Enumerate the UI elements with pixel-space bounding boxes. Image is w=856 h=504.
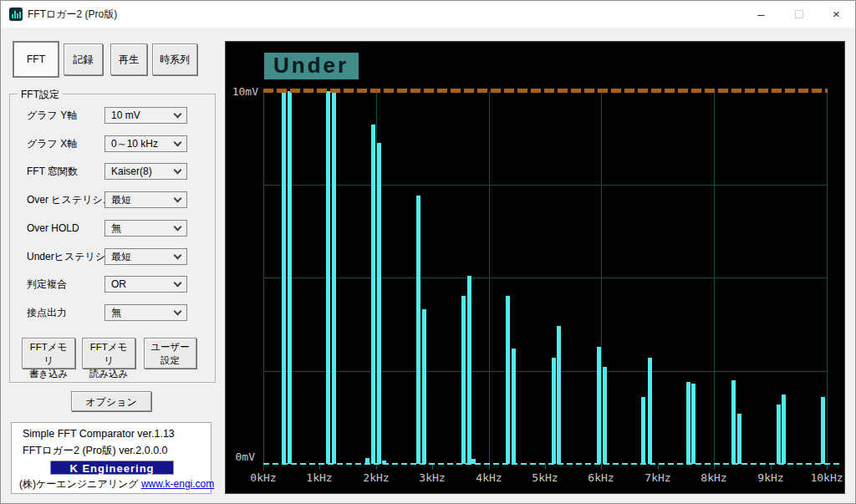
combo-graph-x-axis[interactable]: 0～10 kHz — [104, 135, 187, 152]
chevron-down-icon — [174, 194, 182, 202]
under-threshold-line — [263, 463, 843, 465]
k-engineering-logo: K Engineering — [50, 461, 174, 475]
combo-under-hysteresis[interactable]: 最短 — [104, 248, 187, 265]
combo-graph-y-axis[interactable]: 10 mV — [104, 107, 187, 124]
spectrum-bar — [552, 358, 556, 464]
fft-memory-write-button[interactable]: FFTメモリ 書き込み — [22, 338, 75, 369]
title-bar: FFTロガー2 (Pro版) – × — [1, 1, 855, 28]
combo-fft-window-value: Kaiser(8) — [111, 165, 175, 177]
app-bar-chart-icon — [9, 8, 23, 21]
label-graph-y-axis: グラフ Y軸 — [27, 107, 77, 124]
fft-settings-legend: FFT設定 — [18, 88, 63, 102]
about-logger-version: FFTロガー2 (Pro版) ver.2.0.0.0 — [23, 444, 168, 458]
spectrum-bar — [557, 326, 561, 464]
fft-memory-read-line1: FFTメモリ — [90, 342, 128, 365]
combo-over-hysteresis[interactable]: 最短 — [104, 191, 187, 208]
combo-under-hysteresis-value: 最短 — [111, 250, 175, 264]
about-panel: Simple FFT Comparator ver.1.13 FFTロガー2 (… — [11, 422, 211, 494]
chevron-down-icon — [174, 222, 182, 231]
combo-contact-output-value: 無 — [111, 306, 175, 320]
spectrum-bar — [371, 125, 375, 464]
fft-memory-read-button[interactable]: FFTメモリ 読み込み — [82, 338, 135, 369]
label-judge-combine: 判定複合 — [27, 276, 67, 293]
y-grid-line — [263, 185, 827, 186]
x-tick-label: 9kHz — [757, 471, 783, 484]
x-tick-mark — [319, 464, 320, 470]
window-title: FFTロガー2 (Pro版) — [28, 1, 117, 28]
label-fft-window: FFT 窓関数 — [27, 163, 78, 180]
fft-memory-write-line1: FFTメモリ — [30, 342, 68, 365]
x-tick-mark — [432, 464, 433, 470]
combo-over-hysteresis-value: 最短 — [111, 193, 175, 207]
spectrum-bar — [512, 349, 516, 464]
y-grid-line — [263, 277, 827, 278]
y-grid-line — [263, 371, 827, 372]
options-button[interactable]: オプション — [71, 391, 151, 411]
minimize-button[interactable]: – — [742, 1, 780, 27]
tab-timeseries[interactable]: 時系列 — [152, 43, 197, 75]
x-tick-mark — [376, 464, 377, 470]
combo-graph-y-axis-value: 10 mV — [111, 109, 175, 121]
chevron-down-icon — [174, 109, 182, 118]
combo-over-hold[interactable]: 無 — [104, 220, 187, 237]
spectrum-bar — [326, 91, 330, 464]
x-tick-label: 4kHz — [476, 471, 502, 484]
label-over-hold: Over HOLD — [27, 220, 79, 237]
spectrum-bar — [597, 347, 601, 464]
x-tick-label: 5kHz — [532, 471, 558, 484]
app-window: FFTロガー2 (Pro版) – × FFT 記録 再生 時系列 FFT設定 グ… — [0, 0, 856, 504]
y-axis-bottom-label: 0mV — [229, 451, 255, 463]
chevron-down-icon — [174, 251, 182, 259]
x-tick-label: 1kHz — [306, 471, 332, 484]
spectrum-bar — [686, 382, 690, 464]
close-button[interactable]: × — [818, 1, 855, 27]
y-axis-top-label: 10mV — [229, 85, 258, 98]
x-tick-label: 7kHz — [645, 471, 670, 484]
tab-record[interactable]: 記録 — [64, 43, 103, 75]
about-company-line: (株)ケーエンジニアリング www.k-engi.com — [19, 477, 214, 491]
x-tick-mark — [489, 464, 490, 470]
combo-judge-combine[interactable]: OR — [104, 276, 187, 293]
chevron-down-icon — [174, 307, 182, 315]
combo-over-hold-value: 無 — [111, 221, 175, 236]
fft-memory-read-line2: 読み込み — [89, 369, 129, 379]
fft-spectrum-chart: Under 10mV 0mV 0kHz1kHz2kHz3kHz4kHz5kHz6… — [225, 41, 845, 494]
x-tick-mark — [771, 464, 772, 470]
company-website-link[interactable]: www.k-engi.com — [141, 478, 214, 490]
under-indicator: Under — [264, 53, 359, 79]
combo-fft-window[interactable]: Kaiser(8) — [104, 163, 187, 180]
spectrum-bar — [467, 276, 471, 464]
spectrum-bar — [821, 397, 825, 464]
x-tick-label: 10kHz — [810, 471, 843, 484]
spectrum-bar — [461, 296, 466, 464]
user-settings-button[interactable]: ユーザー 設定 — [144, 338, 196, 369]
x-tick-mark — [658, 464, 659, 470]
x-grid-line — [827, 91, 828, 464]
chevron-down-icon — [174, 138, 182, 146]
tab-play[interactable]: 再生 — [110, 43, 147, 75]
spectrum-bar — [648, 358, 652, 464]
x-tick-label: 6kHz — [588, 471, 614, 484]
x-tick-mark — [545, 464, 546, 470]
caption-buttons: – × — [742, 1, 855, 27]
maximize-button[interactable] — [780, 1, 818, 27]
spectrum-bar — [332, 91, 336, 464]
spectrum-bar — [777, 405, 781, 464]
x-tick-mark — [714, 464, 715, 470]
label-under-hysteresis: Underヒステリシス — [27, 248, 115, 265]
x-tick-mark — [827, 464, 828, 470]
spectrum-bar — [422, 309, 426, 464]
spectrum-bar — [603, 367, 607, 464]
user-settings-line2: 設定 — [160, 355, 180, 365]
combo-contact-output[interactable]: 無 — [104, 304, 187, 321]
spectrum-bar — [691, 384, 696, 464]
y-axis-line — [263, 91, 264, 471]
spectrum-bar — [282, 91, 286, 464]
chevron-down-icon — [174, 278, 182, 287]
spectrum-bar — [731, 380, 736, 464]
over-threshold-line — [263, 89, 828, 93]
label-over-hysteresis: Over ヒステリシス — [27, 191, 113, 208]
tab-fft[interactable]: FFT — [13, 41, 59, 78]
spectrum-bar — [377, 143, 381, 464]
spectrum-bar — [641, 397, 645, 464]
